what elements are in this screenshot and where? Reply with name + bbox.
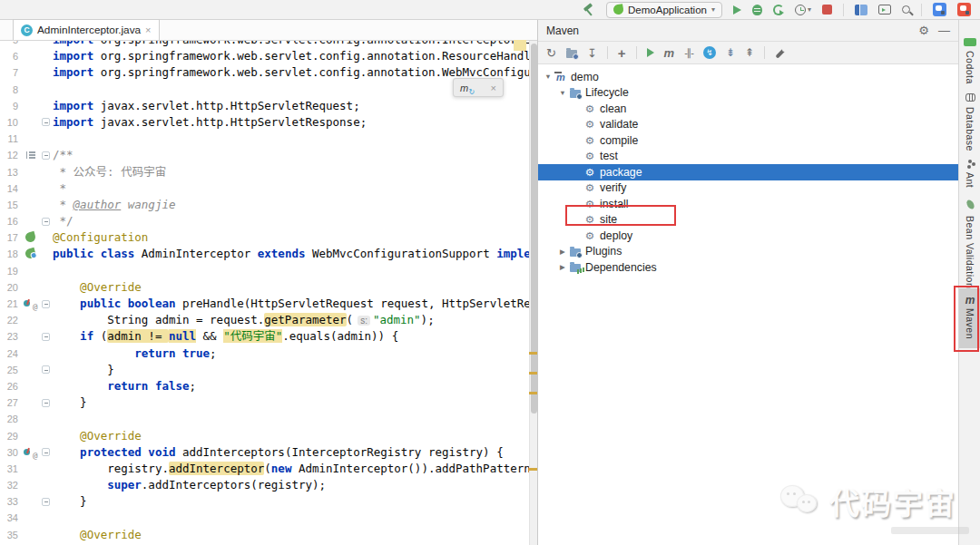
tree-expanded-icon[interactable]: ▼ — [557, 89, 568, 97]
fold-marker-icon[interactable] — [42, 498, 50, 506]
overriding-method-icon[interactable]: @ — [24, 448, 40, 457]
settings-gear-icon[interactable]: ⚙ — [918, 24, 929, 37]
database-icon[interactable] — [959, 92, 980, 102]
scrollbar-thumb[interactable] — [531, 44, 537, 414]
fold-marker-icon[interactable] — [42, 218, 50, 226]
fold-marker-icon[interactable] — [42, 300, 50, 308]
fold-marker-icon[interactable] — [42, 151, 50, 160]
tree-item-label: clean — [597, 102, 626, 115]
reimport-icon[interactable]: ↻ — [546, 46, 556, 60]
tree-item-label: Lifecycle — [583, 86, 629, 99]
code-text: registry.addInterceptor(new AdminInterce… — [53, 461, 529, 477]
fold-column — [40, 312, 53, 328]
tool-stripe-button-maven[interactable]: Maven — [959, 308, 980, 339]
run-configuration-selector[interactable]: DemoApplication▾ — [606, 2, 722, 18]
maven-settings-icon[interactable] — [775, 47, 787, 59]
gutter-menu-icon[interactable] — [26, 151, 34, 159]
maven-tree-item-package[interactable]: ⚙package — [538, 164, 958, 180]
gutter — [24, 493, 40, 510]
gutter — [24, 527, 40, 543]
download-sources-icon[interactable]: ↧ — [587, 46, 597, 60]
tab-close-icon[interactable]: × — [145, 25, 151, 35]
tree-item-label: validate — [597, 118, 638, 131]
tab-admininterceptor[interactable]: C AdminInterceptor.java × — [13, 19, 160, 40]
code-lines: 5import org.springframework.web.servlet.… — [0, 41, 529, 543]
line-number: 8 — [0, 82, 24, 98]
execute-goal-icon[interactable]: m — [664, 46, 675, 60]
maven-tool-icon[interactable]: m — [959, 294, 980, 307]
expand-all-icon[interactable]: ⇟ — [726, 46, 735, 59]
maven-tree-item-lifecycle[interactable]: ▼Lifecycle — [538, 85, 958, 102]
ant-icon[interactable] — [959, 158, 980, 163]
fold-column — [40, 147, 53, 163]
maven-tree-item-dependencies[interactable]: ▶Dependencies — [538, 259, 958, 276]
warning-mark[interactable] — [529, 372, 537, 375]
translate-red-plugin-icon[interactable] — [957, 3, 971, 16]
maven-tree-item-clean[interactable]: ⚙clean — [538, 101, 958, 117]
maven-tree-item-verify[interactable]: ⚙verify — [538, 180, 958, 197]
generate-sources-icon[interactable] — [566, 50, 577, 58]
maven-tree-item-deploy[interactable]: ⚙deploy — [538, 228, 958, 244]
tool-stripe-button-codota[interactable]: Codota — [959, 51, 980, 84]
skip-tests-icon[interactable]: -∥- — [684, 47, 693, 59]
gutter — [24, 411, 40, 427]
code-line: 29 @Override — [0, 428, 529, 444]
maven-tree-item-demo[interactable]: ▼mdemo — [538, 69, 958, 85]
fold-marker-icon[interactable] — [42, 399, 50, 407]
code-text: } — [53, 394, 529, 411]
maven-tree-item-test[interactable]: ⚙test — [538, 149, 958, 165]
right-tool-stripe: CodotaDatabaseAntBean ValidationmMaven — [958, 20, 980, 545]
fold-marker-icon[interactable] — [42, 333, 50, 341]
maven-tree: ▼mdemo▼Lifecycle⚙clean⚙validate⚙compile⚙… — [538, 64, 958, 276]
fold-column — [40, 411, 53, 427]
profiler-button[interactable]: ▾ — [795, 5, 811, 15]
run-icon[interactable] — [733, 5, 741, 15]
code-text: } — [53, 493, 529, 510]
window-panels-icon[interactable] — [855, 5, 867, 15]
tree-collapsed-icon[interactable]: ▶ — [557, 248, 568, 256]
spring-bean-icon[interactable] — [24, 248, 36, 259]
maven-import-popup[interactable]: m × — [453, 78, 504, 97]
maven-tree-item-site[interactable]: ⚙site — [538, 212, 958, 229]
stop-icon[interactable] — [822, 5, 832, 15]
code-line: 28 — [0, 411, 529, 427]
run-with-coverage-icon[interactable] — [773, 5, 784, 15]
tool-stripe-button-database[interactable]: Database — [959, 107, 980, 151]
toolbar-separator — [764, 46, 765, 59]
warning-mark[interactable] — [529, 468, 537, 471]
maven-tree-item-compile[interactable]: ⚙compile — [538, 132, 958, 149]
overriding-method-icon[interactable]: @ — [24, 299, 40, 308]
fold-column — [40, 279, 53, 296]
debug-icon[interactable] — [752, 5, 762, 15]
tool-stripe-button-ant[interactable]: Ant — [959, 172, 980, 188]
line-number: 14 — [0, 180, 24, 197]
fold-marker-icon[interactable] — [42, 118, 50, 126]
search-everywhere-icon[interactable] — [902, 5, 910, 14]
translate-blue-plugin-icon[interactable] — [933, 3, 946, 16]
code-text: } — [53, 362, 529, 378]
run-dashboard-icon[interactable] — [878, 5, 891, 15]
tree-collapsed-icon[interactable]: ▶ — [557, 263, 568, 271]
collapse-all-icon[interactable]: ⇞ — [745, 46, 754, 59]
run-maven-goal-icon[interactable] — [647, 48, 654, 57]
popup-close-icon[interactable]: × — [491, 83, 496, 93]
fold-marker-icon[interactable] — [42, 365, 50, 374]
warning-mark[interactable] — [529, 392, 537, 394]
maven-tree-item-install[interactable]: ⚙install — [538, 196, 958, 212]
tree-expanded-icon[interactable]: ▼ — [543, 73, 554, 81]
tool-stripe-button-bean-validation[interactable]: Bean Validation — [959, 216, 980, 288]
spring-leaf-icon[interactable] — [24, 231, 36, 243]
bean-validation-icon[interactable] — [959, 201, 980, 208]
code-editor[interactable]: 5import org.springframework.web.servlet.… — [0, 41, 529, 545]
maven-tree-item-plugins[interactable]: ▶Plugins — [538, 244, 958, 260]
offline-mode-icon[interactable]: ↯ — [703, 46, 716, 59]
hide-tool-window-icon[interactable]: — — [938, 24, 950, 37]
add-maven-project-icon[interactable]: + — [618, 45, 626, 61]
build-project-icon[interactable] — [583, 4, 595, 16]
maven-tree-item-validate[interactable]: ⚙validate — [538, 117, 958, 133]
codota-icon[interactable] — [959, 38, 980, 46]
code-text: import org.springframework.web.servlet.c… — [53, 41, 529, 48]
warning-mark[interactable] — [529, 352, 537, 355]
fold-marker-icon[interactable] — [42, 448, 50, 456]
profiler-icon — [795, 5, 806, 15]
